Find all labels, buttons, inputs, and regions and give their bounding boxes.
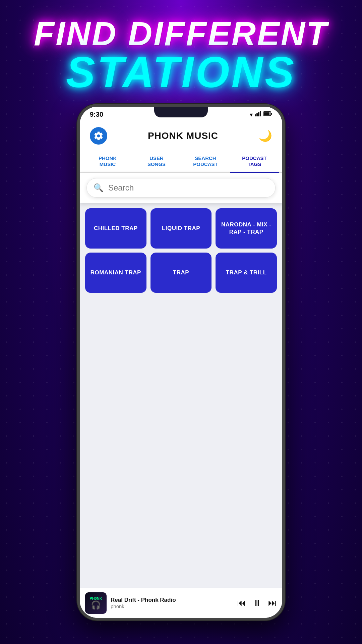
tab-search-podcast[interactable]: SEARCHPODCAST xyxy=(181,151,230,172)
app-title: PHONK MUSIC xyxy=(148,130,218,141)
signal-icon xyxy=(255,111,261,118)
skip-forward-button[interactable]: ⏭ xyxy=(268,598,277,608)
svg-rect-0 xyxy=(255,114,256,116)
skip-back-button[interactable]: ⏮ xyxy=(237,598,246,608)
banner: FIND DIFFERENT STATIONS xyxy=(0,0,362,94)
tab-user-songs[interactable]: USERSONGS xyxy=(132,151,181,172)
phone-screen: 9:30 ▾ xyxy=(80,107,282,618)
svg-rect-5 xyxy=(264,112,269,115)
svg-rect-3 xyxy=(260,111,261,116)
status-icons: ▾ xyxy=(250,111,272,118)
gear-icon xyxy=(94,131,104,141)
theme-toggle-button[interactable]: 🌙 xyxy=(259,129,272,142)
track-artist: phonk xyxy=(111,603,233,609)
tab-bar: PHONKMUSIC USERSONGS SEARCHPODCAST PODCA… xyxy=(80,151,282,173)
battery-icon xyxy=(263,111,272,118)
album-art-label: PH0NK xyxy=(89,596,102,600)
tag-narodna-mix[interactable]: NARODNA - MIX - RAP - TRAP xyxy=(216,208,277,249)
tag-liquid-trap[interactable]: LIQUID TRAP xyxy=(150,208,212,249)
pause-button[interactable]: ⏸ xyxy=(253,598,261,608)
track-name: Real Drift - Phonk Radio xyxy=(111,597,233,603)
search-wrapper: 🔍 xyxy=(80,173,282,203)
wifi-icon: ▾ xyxy=(250,111,253,118)
app-body: PHONK MUSIC 🌙 PHONKMUSIC USERSONGS SEARC… xyxy=(80,121,282,602)
search-icon: 🔍 xyxy=(94,183,104,193)
album-art: PH0NK 🎧 xyxy=(85,592,107,614)
tag-trap[interactable]: TRAP xyxy=(150,253,212,293)
app-header: PHONK MUSIC 🌙 xyxy=(80,121,282,151)
tag-trap-trill[interactable]: TRAP & TRILL xyxy=(216,253,277,293)
now-playing-bar: PH0NK 🎧 Real Drift - Phonk Radio phonk ⏮… xyxy=(80,588,282,618)
status-bar: 9:30 ▾ xyxy=(80,107,282,121)
status-time: 9:30 xyxy=(90,111,103,118)
banner-line2: STATIONS xyxy=(0,50,362,94)
album-art-emoji: 🎧 xyxy=(91,600,101,610)
search-input[interactable] xyxy=(108,183,268,193)
settings-button[interactable] xyxy=(90,127,107,145)
tab-phonk-music[interactable]: PHONKMUSIC xyxy=(83,151,132,172)
phone-mockup: 9:30 ▾ xyxy=(77,104,285,621)
player-controls: ⏮ ⏸ ⏭ xyxy=(237,598,277,608)
svg-rect-1 xyxy=(256,113,258,116)
search-bar: 🔍 xyxy=(86,178,276,198)
tag-chilled-trap[interactable]: CHILLED TRAP xyxy=(85,208,146,249)
svg-rect-6 xyxy=(271,113,272,115)
phone-frame: 9:30 ▾ xyxy=(77,104,285,621)
track-info: Real Drift - Phonk Radio phonk xyxy=(111,597,233,609)
tab-podcast-tags[interactable]: PODCASTTAGS xyxy=(230,151,279,172)
svg-rect-2 xyxy=(258,112,259,116)
tags-grid: CHILLED TRAP LIQUID TRAP NARODNA - MIX -… xyxy=(80,203,282,298)
banner-line1: FIND DIFFERENT xyxy=(0,17,362,50)
tag-romanian-trap[interactable]: ROMANIAN TRAP xyxy=(85,253,146,293)
content-area: CHILLED TRAP LIQUID TRAP NARODNA - MIX -… xyxy=(80,203,282,602)
